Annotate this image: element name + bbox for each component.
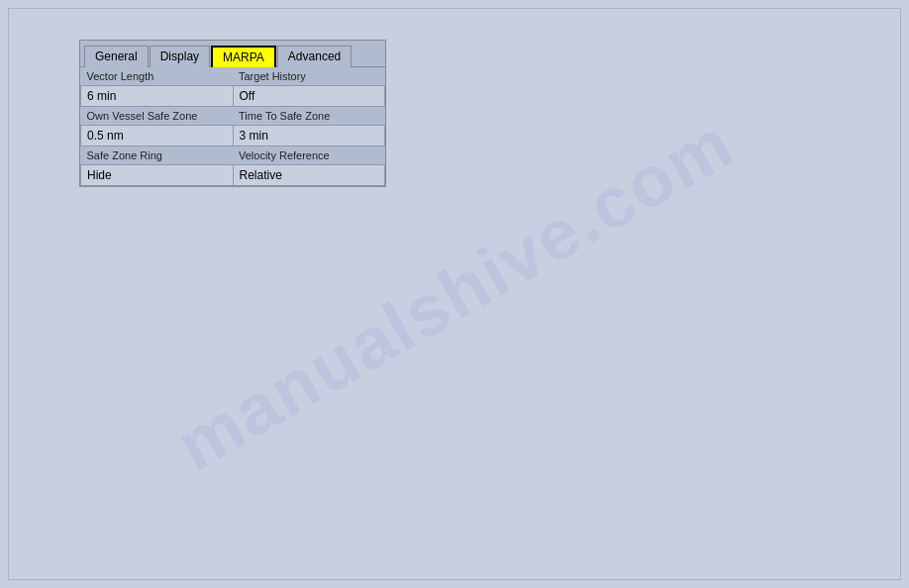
value-time-to-safe-zone[interactable]: 3 min — [233, 126, 385, 147]
value-row-1: 6 min Off — [81, 86, 385, 107]
dialog: General Display MARPA Advanced Vector Le… — [79, 40, 386, 187]
value-vector-length[interactable]: 6 min — [81, 86, 234, 107]
tab-bar: General Display MARPA Advanced — [80, 41, 385, 67]
label-row-3: Safe Zone Ring Velocity Reference — [81, 147, 385, 165]
tab-general[interactable]: General — [84, 46, 149, 67]
settings-table: Vector Length Target History 6 min Off O… — [80, 67, 385, 186]
label-vector-length: Vector Length — [81, 67, 234, 86]
label-own-vessel-safe-zone: Own Vessel Safe Zone — [81, 107, 234, 126]
value-target-history[interactable]: Off — [233, 86, 385, 107]
label-velocity-reference: Velocity Reference — [233, 147, 385, 165]
label-time-to-safe-zone: Time To Safe Zone — [233, 107, 385, 126]
table-container: Vector Length Target History 6 min Off O… — [80, 67, 385, 186]
value-row-3: Hide Relative — [81, 165, 385, 186]
value-velocity-reference[interactable]: Relative — [233, 165, 385, 186]
label-row-2: Own Vessel Safe Zone Time To Safe Zone — [81, 107, 385, 126]
label-row-1: Vector Length Target History — [81, 67, 385, 86]
label-target-history: Target History — [233, 67, 385, 86]
tab-marpa[interactable]: MARPA — [211, 46, 276, 67]
tab-advanced[interactable]: Advanced — [277, 46, 352, 67]
value-own-vessel-safe-zone[interactable]: 0.5 nm — [81, 126, 234, 147]
value-row-2: 0.5 nm 3 min — [81, 126, 385, 147]
tab-display[interactable]: Display — [150, 46, 210, 67]
label-safe-zone-ring: Safe Zone Ring — [81, 147, 234, 165]
dialog-container: General Display MARPA Advanced Vector Le… — [79, 40, 386, 187]
value-safe-zone-ring[interactable]: Hide — [81, 165, 234, 186]
